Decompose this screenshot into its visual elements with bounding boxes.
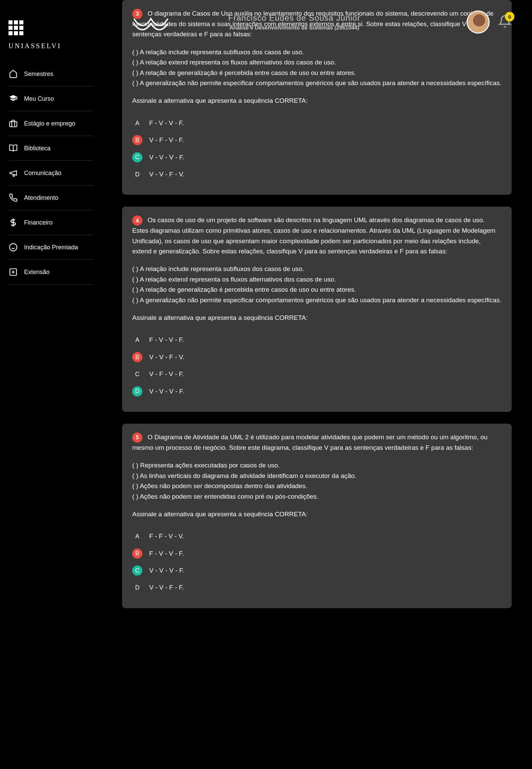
bell-icon (498, 23, 512, 29)
options: AF - V - V - F.BV - F - V - F.CV - V - V… (132, 115, 501, 183)
option-text: F - V - V - F. (149, 335, 184, 345)
content: 3 O diagrama de Casos de Uso auxilia no … (102, 0, 532, 640)
option-letter: C (132, 152, 142, 162)
notification-badge: 0 (505, 12, 514, 21)
question-prompt: Assinale a alternativa que apresenta a s… (132, 313, 501, 323)
question-card: 4 Os casos de uso de um projeto de softw… (122, 207, 512, 412)
option-text: V - V - F - F. (149, 582, 184, 593)
option-row[interactable]: BV - V - F - V. (132, 349, 501, 366)
question-number: 5 (132, 432, 142, 443)
smile-icon (8, 243, 18, 252)
sidebar-item-comunicacao[interactable]: Comunicação (8, 161, 93, 186)
option-letter: B (132, 352, 142, 362)
graduation-icon (8, 94, 18, 103)
book-icon (8, 143, 18, 153)
question-text: 5 O Diagrama de Atividade da UML 2 é uti… (132, 432, 501, 519)
svg-rect-0 (9, 122, 17, 127)
briefcase-icon (8, 119, 18, 128)
notifications-button[interactable]: 0 (498, 15, 512, 30)
option-text: V - V - F - V. (149, 352, 184, 362)
megaphone-icon (8, 168, 18, 178)
dollar-icon (8, 218, 18, 227)
options: AF - F - V - V.BF - V - V - F.CV - V - V… (132, 528, 501, 596)
option-text: F - F - V - V. (149, 531, 184, 541)
option-row[interactable]: DV - V - F - F. (132, 579, 501, 596)
sidebar-item-indicacao[interactable]: Indicação Premiada (8, 235, 93, 260)
sidebar-item-label: Meu Curso (24, 95, 54, 102)
option-row[interactable]: CV - F - V - F. (132, 366, 501, 383)
sidebar-item-estagio[interactable]: Estágio e emprego (8, 111, 93, 136)
sidebar-item-extensao[interactable]: Extensão (8, 260, 93, 285)
sidebar-item-biblioteca[interactable]: Biblioteca (8, 136, 93, 161)
option-row[interactable]: AF - F - V - V. (132, 528, 501, 545)
option-row[interactable]: CV - V - V - F. (132, 562, 501, 579)
avatar[interactable] (467, 11, 490, 34)
question-items: ( ) Representa ações executadas por caso… (132, 460, 501, 502)
option-row[interactable]: AF - V - V - F. (132, 331, 501, 348)
sidebar-item-label: Comunicação (24, 170, 61, 177)
option-letter: A (132, 531, 142, 541)
sidebar-item-label: Atendimento (24, 194, 58, 201)
svg-point-2 (9, 244, 17, 251)
options: AF - V - V - F.BV - V - F - V.CV - F - V… (132, 331, 501, 400)
option-text: V - V - V - F. (149, 386, 184, 397)
topbar: Francisco Eudes de Sousa Júnior Análise … (102, 0, 532, 44)
plus-square-icon (8, 267, 18, 277)
option-letter: D (132, 386, 142, 397)
option-text: V - V - V - F. (149, 565, 184, 576)
sidebar-item-label: Financeiro (24, 219, 53, 226)
option-letter: B (132, 549, 142, 559)
sidebar-item-label: Extensão (24, 269, 50, 276)
sidebar-item-label: Indicação Premiada (24, 244, 78, 251)
question-card: 5 O Diagrama de Atividade da UML 2 é uti… (122, 424, 512, 608)
brand-name: UNIASSELVI (8, 42, 93, 50)
option-letter: D (132, 169, 142, 179)
option-letter: C (132, 369, 142, 379)
question-number: 4 (132, 215, 142, 226)
option-text: V - V - F - V. (149, 169, 184, 179)
sidebar-item-semestres[interactable]: Semestres (8, 62, 93, 86)
sidebar-item-meucurso[interactable]: Meu Curso (8, 86, 93, 111)
apps-grid-icon[interactable] (8, 20, 93, 35)
option-text: V - F - V - F. (149, 135, 184, 145)
home-icon (8, 69, 18, 79)
question-items: ( ) A relação include representa subflux… (132, 264, 501, 305)
option-letter: A (132, 118, 142, 128)
option-row[interactable]: DV - V - V - F. (132, 383, 501, 400)
sidebar-item-label: Estágio e emprego (24, 120, 75, 127)
question-prompt: Assinale a alternativa que apresenta a s… (132, 96, 501, 106)
question-prompt: Assinale a alternativa que apresenta a s… (132, 509, 501, 519)
question-text: 4 Os casos de uso de um projeto de softw… (132, 215, 501, 323)
option-row[interactable]: CV - V - V - F. (132, 149, 501, 166)
option-letter: D (132, 583, 142, 593)
question-items: ( ) A relação include representa subflux… (132, 47, 501, 89)
option-letter: C (132, 565, 142, 576)
brand-logo: UNIASSELVI (8, 42, 93, 50)
option-row[interactable]: BV - F - V - F. (132, 132, 501, 149)
option-letter: B (132, 135, 142, 145)
option-text: F - V - V - F. (149, 549, 184, 559)
option-text: V - V - V - F. (149, 152, 184, 162)
option-text: F - V - V - F. (149, 118, 184, 128)
sidebar-item-label: Semestres (24, 71, 53, 78)
sidebar-item-label: Biblioteca (24, 145, 51, 152)
course-name: Análise e Desenvolvimento de Sistemas (2… (122, 25, 467, 31)
sidebar: UNIASSELVI Semestres Meu Curso Estágio e… (0, 0, 102, 769)
sidebar-item-financeiro[interactable]: Financeiro (8, 210, 93, 235)
option-row[interactable]: BF - V - V - F. (132, 545, 501, 562)
user-name: Francisco Eudes de Sousa Júnior (122, 13, 467, 23)
phone-icon (8, 193, 18, 203)
option-text: V - F - V - F. (149, 369, 184, 379)
option-row[interactable]: AF - V - V - F. (132, 115, 501, 132)
sidebar-item-atendimento[interactable]: Atendimento (8, 186, 93, 210)
option-letter: A (132, 335, 142, 345)
topbar-text: Francisco Eudes de Sousa Júnior Análise … (122, 13, 467, 31)
option-row[interactable]: DV - V - F - V. (132, 166, 501, 183)
